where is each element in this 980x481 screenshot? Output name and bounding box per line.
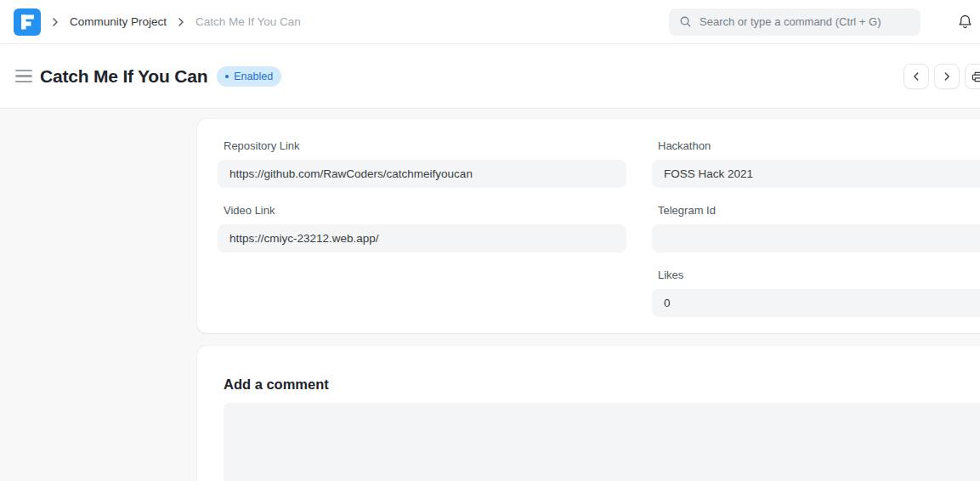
telegram-id-input[interactable] (652, 224, 980, 252)
chevron-right-icon (941, 71, 953, 82)
page-header: Catch Me If You Can Enabled (0, 44, 980, 109)
telegram-id-label: Telegram Id (658, 204, 980, 217)
repository-link-input[interactable] (218, 160, 626, 188)
chevron-right-icon (48, 15, 62, 29)
breadcrumb: Community Project Catch Me If You Can (14, 8, 301, 36)
likes-label: Likes (658, 269, 980, 281)
comment-input[interactable] (224, 403, 980, 481)
form-details-section: Repository Link Video Link Hackathon Tel… (197, 119, 980, 333)
chevron-left-icon (910, 71, 922, 82)
sidebar-toggle-button[interactable] (15, 70, 32, 83)
chevron-right-icon (174, 15, 188, 29)
repository-link-label: Repository Link (224, 139, 626, 152)
status-badge: Enabled (217, 66, 281, 87)
next-record-button[interactable] (934, 64, 960, 89)
frappe-logo-icon (14, 8, 41, 36)
status-badge-label: Enabled (234, 71, 273, 82)
hackathon-label: Hackathon (658, 139, 980, 152)
navbar-actions (669, 8, 978, 36)
video-link-input[interactable] (218, 224, 626, 252)
breadcrumb-item-community-project[interactable]: Community Project (70, 15, 167, 28)
comment-heading: Add a comment (224, 376, 980, 393)
previous-record-button[interactable] (904, 64, 929, 89)
notifications-button[interactable] (951, 8, 978, 36)
print-button[interactable] (965, 64, 980, 89)
bell-icon (957, 14, 973, 30)
home-button[interactable] (14, 8, 41, 36)
global-search-bar[interactable] (669, 8, 921, 36)
hackathon-input[interactable] (652, 160, 980, 188)
comment-section: Add a comment (197, 346, 980, 481)
app-window: Community Project Catch Me If You Can (0, 0, 980, 481)
field-likes: Likes (652, 269, 980, 317)
breadcrumb-item-current: Catch Me If You Can (195, 15, 301, 28)
video-link-label: Video Link (224, 204, 626, 217)
navbar: Community Project Catch Me If You Can (0, 0, 980, 44)
search-input[interactable] (700, 15, 910, 28)
form-column-left: Repository Link Video Link (218, 139, 626, 313)
field-video-link: Video Link (218, 204, 626, 252)
page-title: Catch Me If You Can (40, 66, 207, 87)
field-repository-link: Repository Link (218, 139, 626, 188)
likes-input[interactable] (652, 289, 980, 317)
record-navigation (904, 64, 980, 89)
form-column-right: Hackathon Telegram Id Likes (652, 139, 980, 313)
field-hackathon: Hackathon (652, 139, 980, 188)
field-telegram-id: Telegram Id (652, 204, 980, 252)
status-dot-icon (225, 75, 229, 78)
search-icon (679, 15, 692, 28)
printer-icon (972, 71, 980, 83)
